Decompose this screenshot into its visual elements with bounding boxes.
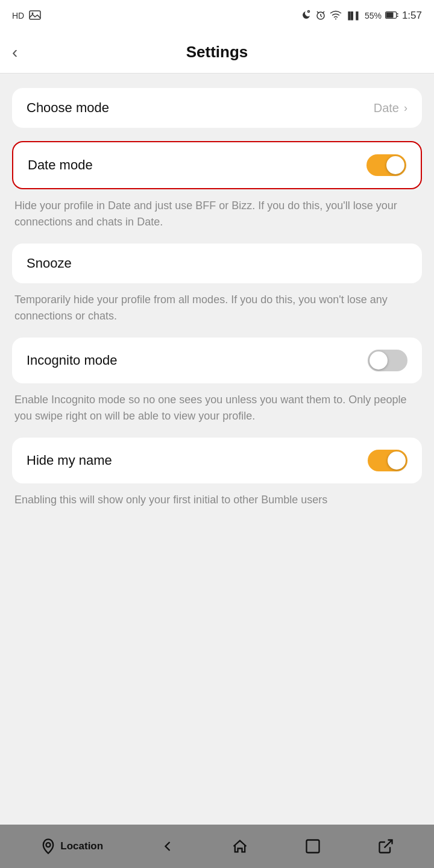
recent-apps-icon [304, 838, 321, 855]
status-bar: HD [0, 0, 434, 31]
date-mode-label: Date mode [28, 157, 93, 173]
hide-my-name-label: Hide my name [27, 453, 112, 468]
svg-point-11 [46, 843, 51, 847]
svg-line-5 [322, 11, 324, 13]
choose-mode-value: Date › [374, 101, 407, 115]
wifi-icon [330, 10, 342, 22]
location-label: Location [60, 840, 103, 852]
back-button[interactable]: ‹ [12, 43, 17, 62]
hide-my-name-toggle[interactable] [368, 450, 407, 471]
hd-indicator: HD [12, 11, 24, 20]
nav-recent[interactable] [304, 838, 321, 855]
svg-rect-8 [386, 13, 393, 18]
snooze-description: Temporarily hide your profile from all m… [14, 292, 420, 324]
nav-external[interactable] [377, 838, 394, 855]
home-icon [231, 838, 248, 855]
choose-mode-label: Choose mode [27, 100, 109, 116]
page-title: Settings [186, 43, 248, 61]
choose-mode-row[interactable]: Choose mode Date › [12, 88, 422, 128]
external-icon [377, 838, 394, 855]
toggle-knob [386, 156, 404, 174]
date-mode-description: Hide your profile in Date and just use B… [14, 198, 420, 230]
chevron-right-icon: › [404, 102, 407, 115]
nav-back[interactable] [159, 838, 176, 855]
location-icon [40, 838, 57, 855]
snooze-label: Snooze [27, 256, 72, 271]
svg-line-4 [317, 11, 319, 13]
alarm-icon [315, 10, 326, 22]
date-mode-toggle[interactable] [366, 154, 406, 176]
back-nav-icon [159, 838, 176, 855]
nav-location[interactable]: Location [40, 838, 103, 855]
battery-percent: 55% [365, 11, 382, 20]
signal-icon: ▐▌▌ [345, 11, 361, 20]
svg-point-6 [335, 18, 336, 19]
settings-content: Choose mode Date › Date mode Hide your p… [0, 74, 434, 825]
toggle-knob [370, 351, 388, 370]
status-left: HD [12, 10, 41, 22]
page-header: ‹ Settings [0, 31, 434, 74]
svg-rect-12 [307, 840, 319, 853]
toggle-knob [388, 451, 406, 470]
incognito-mode-toggle[interactable] [368, 350, 407, 371]
bottom-navigation: Location [0, 825, 434, 868]
incognito-mode-label: Incognito mode [27, 353, 117, 368]
incognito-mode-description: Enable Incognito mode so no one sees you… [14, 392, 420, 424]
time-display: 1:57 [402, 10, 422, 22]
choose-mode-current: Date [374, 101, 399, 115]
battery-icon [385, 11, 398, 20]
incognito-mode-row[interactable]: Incognito mode [12, 338, 422, 383]
svg-point-2 [308, 10, 310, 12]
date-mode-row[interactable]: Date mode [12, 141, 422, 189]
nav-home[interactable] [231, 838, 248, 855]
moon-icon [301, 10, 312, 22]
svg-rect-0 [30, 11, 40, 19]
hide-my-name-row[interactable]: Hide my name [12, 438, 422, 483]
hide-my-name-description: Enabling this will show only your first … [14, 492, 420, 508]
svg-line-13 [384, 840, 392, 848]
status-right: ▐▌▌ 55% 1:57 [301, 10, 422, 22]
snooze-row[interactable]: Snooze [12, 244, 422, 283]
gallery-icon [29, 10, 41, 22]
